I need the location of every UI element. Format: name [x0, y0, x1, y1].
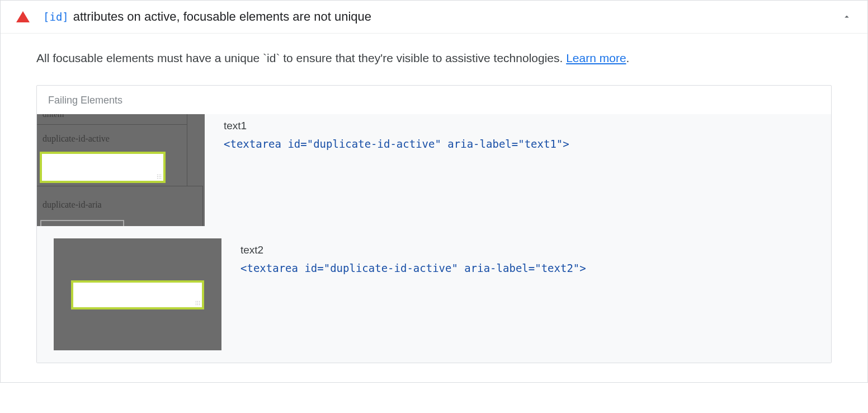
audit-description-period: .: [626, 51, 630, 64]
audit-header[interactable]: [id] attributes on active, focusable ele…: [1, 1, 867, 34]
audit-code-id: [id]: [43, 11, 69, 23]
failing-item-code: <textarea id="duplicate-id-active" aria-…: [240, 262, 831, 274]
learn-more-link[interactable]: Learn more: [566, 51, 626, 64]
element-screenshot: [54, 238, 221, 350]
audit-description-text: All focusable elements must have a uniqu…: [36, 51, 566, 64]
resize-grip-icon: [195, 301, 201, 306]
thumb-section-label: duplicate-id-aria: [43, 200, 102, 210]
failing-item-label: text2: [240, 244, 831, 256]
element-screenshot: dlitem duplicate-id-active duplicate-id-…: [37, 114, 205, 226]
failing-item-label: text1: [224, 120, 831, 132]
failing-item[interactable]: dlitem duplicate-id-active duplicate-id-…: [37, 114, 831, 238]
thumb-highlighted-element: [40, 152, 166, 183]
audit-body: All focusable elements must have a uniqu…: [1, 34, 867, 382]
failing-item-content: text1 <textarea id="duplicate-id-active"…: [224, 114, 831, 226]
resize-grip-icon: [157, 174, 162, 180]
audit-panel: [id] attributes on active, focusable ele…: [0, 0, 868, 383]
thumb-divider: [202, 186, 203, 226]
audit-title: [id] attributes on active, focusable ele…: [43, 10, 842, 24]
thumb-section-label: duplicate-id-active: [43, 134, 110, 144]
failing-elements-header: Failing Elements: [37, 86, 831, 114]
thumb-divider: [187, 114, 187, 186]
thumb-divider: [37, 186, 202, 186]
thumb-divider: [37, 124, 187, 125]
thumb-partial-box: [40, 220, 124, 226]
failing-item[interactable]: text2 <textarea id="duplicate-id-active"…: [37, 238, 831, 363]
failing-item-thumbnail: dlitem duplicate-id-active duplicate-id-…: [37, 114, 205, 226]
chevron-up-icon[interactable]: [842, 12, 852, 22]
audit-description: All focusable elements must have a uniqu…: [36, 49, 832, 67]
warning-triangle-icon: [16, 11, 30, 22]
failing-item-code: <textarea id="duplicate-id-active" aria-…: [224, 138, 831, 150]
failing-elements-list: dlitem duplicate-id-active duplicate-id-…: [37, 114, 831, 363]
thumb-highlighted-element: [71, 280, 204, 309]
failing-item-thumbnail: [37, 238, 221, 350]
failing-elements-box: Failing Elements dlitem duplicate-id-act…: [36, 85, 832, 363]
audit-title-text: attributes on active, focusable elements…: [73, 10, 371, 24]
thumb-cropped-text: dlitem: [43, 114, 64, 119]
failing-item-content: text2 <textarea id="duplicate-id-active"…: [240, 238, 831, 350]
